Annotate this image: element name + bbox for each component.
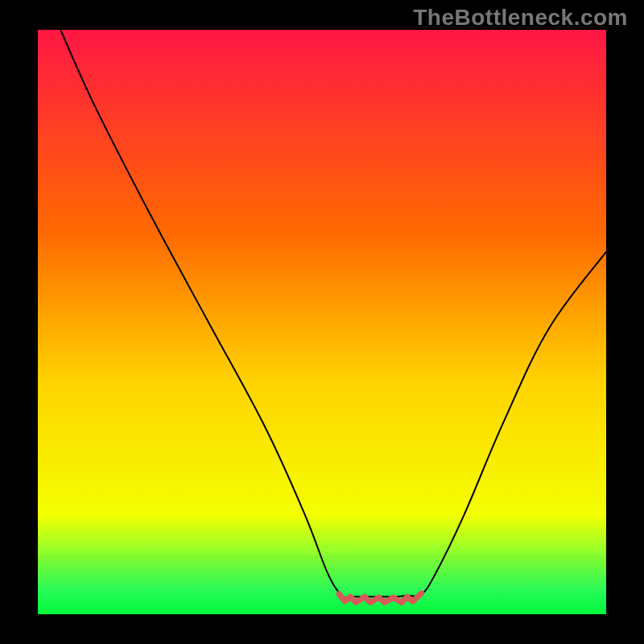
- svg-rect-20: [38, 604, 606, 605]
- svg-rect-24: [38, 613, 606, 614]
- svg-rect-12: [38, 584, 606, 585]
- svg-rect-11: [38, 582, 606, 583]
- svg-rect-17: [38, 597, 606, 597]
- svg-rect-4: [38, 565, 606, 566]
- svg-rect-21: [38, 606, 606, 607]
- svg-rect-14: [38, 589, 606, 590]
- svg-rect-10: [38, 580, 606, 580]
- svg-rect-22: [38, 609, 606, 609]
- watermark-text: TheBottleneck.com: [413, 5, 628, 31]
- svg-rect-5: [38, 568, 606, 568]
- plot-svg: [38, 30, 606, 614]
- svg-rect-23: [38, 611, 606, 612]
- svg-rect-0: [38, 555, 606, 556]
- chart-container: TheBottleneck.com: [0, 0, 644, 644]
- svg-rect-18: [38, 599, 606, 600]
- svg-rect-9: [38, 577, 606, 578]
- svg-rect-6: [38, 570, 606, 571]
- svg-rect-16: [38, 594, 606, 595]
- gradient-background: [38, 30, 606, 614]
- plot-area: [38, 30, 606, 614]
- svg-rect-8: [38, 575, 606, 576]
- svg-rect-7: [38, 572, 606, 573]
- svg-rect-3: [38, 563, 606, 564]
- svg-rect-13: [38, 587, 606, 588]
- svg-rect-15: [38, 592, 606, 592]
- svg-rect-19: [38, 601, 606, 602]
